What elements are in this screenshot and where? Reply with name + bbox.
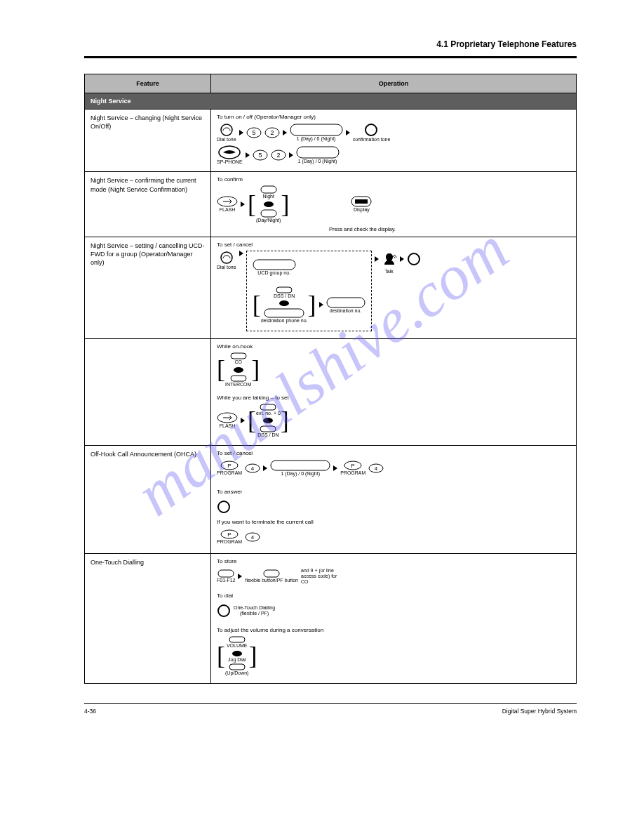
table-row: Night Service – setting / cancelling UCD…: [85, 237, 577, 338]
operation-cell: To set / cancel PPROGRAM 4 1 (Day) / 0 (…: [211, 445, 577, 484]
arrow-icon: [283, 130, 287, 135]
jog-icon: [279, 300, 290, 307]
flash-button-icon: [217, 412, 238, 423]
program-button-icon: P: [344, 461, 362, 470]
arrow-icon: [241, 418, 245, 423]
section-row: Night Service: [85, 93, 577, 110]
heading-rule: [84, 56, 577, 58]
updown-button-icon: [260, 209, 277, 218]
svg-point-42: [218, 501, 229, 512]
op-note: To dial: [217, 593, 570, 599]
svg-point-51: [232, 651, 242, 656]
feature-cell: [85, 339, 211, 446]
intercom-button-icon: [230, 375, 247, 382]
col-operation: Operation: [211, 74, 577, 93]
field-icon: [253, 259, 296, 270]
svg-text:4: 4: [375, 465, 378, 472]
svg-text:5: 5: [252, 129, 255, 136]
key-5-icon: 5: [246, 127, 262, 138]
field-icon: [264, 308, 304, 318]
svg-rect-20: [253, 260, 295, 270]
svg-point-19: [221, 252, 232, 263]
key-2-icon: 2: [264, 127, 280, 138]
arrow-icon: [239, 130, 243, 135]
sp-phone-icon: [218, 145, 241, 159]
jog-icon: [263, 201, 274, 208]
onhook-icon: [217, 604, 231, 618]
op-note: To turn on / off (Operator/Manager only): [217, 114, 570, 120]
arrow-icon: [246, 152, 250, 158]
op-note: While on-hook: [217, 343, 570, 350]
key-4-icon: 4: [245, 532, 260, 542]
op-note: To confirm: [217, 176, 570, 183]
table-row: While on-hook [ CO INTERCOM ] While you …: [85, 339, 577, 446]
display-icon: [351, 196, 372, 207]
svg-rect-47: [218, 570, 234, 577]
footer-rule: [84, 703, 577, 704]
arrow-icon: [238, 574, 242, 579]
feature-cell: [85, 484, 211, 554]
operation-cell: To confirm FLASH [ Night (Day/Night): [211, 172, 577, 237]
table-row: Off-Hook Call Announcement (OHCA) To set…: [85, 445, 577, 484]
feature-cell: Off-Hook Call Announcement (OHCA): [85, 445, 211, 484]
talk-icon: [382, 252, 397, 269]
program-button-icon: P: [220, 461, 239, 470]
field-icon: [326, 297, 365, 308]
table-header-row: Feature Operation: [85, 74, 577, 93]
seq-dial-52: Dial tone 5 2 1 (Day) / 0 (Night) confir…: [217, 123, 570, 143]
offhook-icon: [220, 251, 234, 265]
svg-point-31: [263, 418, 273, 423]
op-note: To store: [217, 558, 570, 564]
choice-bracket: [ CO INTERCOM ]: [217, 352, 260, 387]
flash-button-icon: [217, 196, 238, 207]
footer-right: Digital Super Hybrid System: [502, 708, 577, 715]
button-icon: [260, 425, 276, 432]
note-access-code: and 9 + (or line access code) for CO: [301, 568, 343, 584]
operation-cell: To set / cancel Dial tone UCD group no. …: [211, 237, 577, 338]
onhook-icon: [364, 123, 378, 137]
col-feature: Feature: [85, 74, 211, 93]
page-number: 4-36: [84, 708, 96, 715]
svg-point-49: [218, 605, 229, 616]
co-button-icon: [230, 352, 247, 359]
onhook-icon: [407, 252, 421, 266]
svg-text:4: 4: [251, 465, 255, 472]
updown-button-icon: [229, 663, 246, 670]
op-note: If you want to terminate the current cal…: [217, 519, 570, 525]
op-note: To adjust the volume during a conversati…: [217, 627, 570, 633]
feature-cell: Night Service – setting / cancelling UCD…: [85, 237, 211, 338]
arrow-icon: [346, 130, 350, 135]
choice-bracket: [ ext. no. + 0 DSS / DN ]: [248, 404, 289, 438]
svg-rect-16: [261, 210, 276, 217]
svg-text:5: 5: [258, 152, 262, 159]
key-5-icon: 5: [253, 150, 268, 161]
field-icon: [270, 460, 330, 471]
svg-point-15: [264, 201, 274, 207]
button-icon: [276, 286, 293, 293]
svg-rect-32: [260, 426, 276, 432]
svg-rect-37: [271, 461, 330, 470]
op-note: To set / cancel: [217, 450, 570, 456]
table-row: Night Service – changing (Night Service …: [85, 110, 577, 172]
seq-ohca-set: PPROGRAM 4 1 (Day) / 0 (Night) PPROGRAM …: [217, 459, 570, 477]
svg-point-0: [221, 124, 232, 135]
flex-button-icon: [263, 569, 280, 578]
svg-text:4: 4: [251, 534, 255, 541]
button-icon: [260, 404, 276, 411]
svg-rect-18: [355, 199, 368, 204]
arrow-icon: [319, 302, 323, 307]
svg-rect-28: [231, 376, 246, 381]
feature-cell: Night Service – confirming the current m…: [85, 172, 211, 237]
seq-hint: Press and check the display.: [329, 226, 570, 232]
svg-rect-52: [229, 664, 245, 670]
svg-text:P: P: [227, 463, 231, 469]
key-4-icon: 4: [245, 463, 260, 473]
seq-ucd: Dial tone UCD group no. [ DSS / DN: [217, 251, 570, 331]
page-title: 4.1 Proprietary Telephone Features: [84, 39, 577, 49]
svg-rect-5: [290, 124, 342, 135]
svg-point-25: [408, 253, 420, 265]
svg-rect-24: [327, 298, 365, 307]
key-4-icon: 4: [368, 463, 384, 473]
volume-button-icon: [229, 636, 246, 643]
field-icon: [290, 124, 343, 136]
